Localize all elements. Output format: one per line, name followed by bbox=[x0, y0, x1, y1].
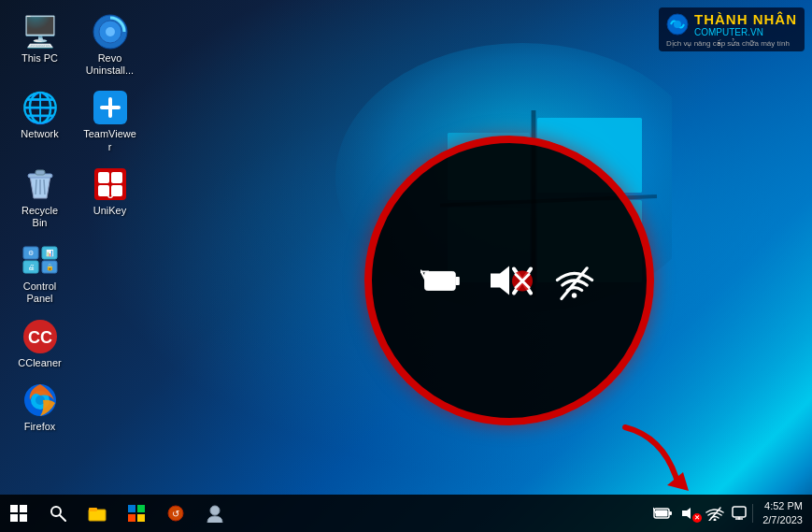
network-icon: 🌐 bbox=[21, 89, 59, 126]
icon-unikey[interactable]: U UniKey bbox=[79, 162, 140, 233]
ccleaner-icon: CC bbox=[21, 318, 59, 355]
svg-rect-39 bbox=[427, 274, 452, 288]
ccleaner-label: CCleaner bbox=[18, 357, 61, 369]
tray-wifi[interactable] bbox=[704, 506, 726, 521]
svg-rect-68 bbox=[669, 511, 672, 515]
recycle-bin-label: Recycle Bin bbox=[13, 205, 66, 229]
svg-line-15 bbox=[44, 180, 45, 194]
svg-point-66 bbox=[210, 506, 220, 515]
watermark-logo-icon bbox=[666, 13, 689, 36]
svg-point-9 bbox=[106, 27, 115, 36]
watermark: THÀNH NHÂN COMPUTER.VN Dịch vụ nâng cấp … bbox=[659, 7, 805, 51]
svg-rect-54 bbox=[10, 514, 18, 522]
watermark-tagline: Dịch vụ nâng cấp sửa chữa máy tính bbox=[666, 39, 797, 48]
firefox-label: Firefox bbox=[24, 421, 56, 433]
desktop: 🖥️ This PC Revo Uninstall... 🌐 Netw bbox=[0, 0, 812, 532]
icon-row-5: Firefox bbox=[9, 378, 140, 437]
svg-rect-17 bbox=[98, 172, 109, 183]
this-pc-icon: 🖥️ bbox=[21, 13, 59, 50]
icon-row-2: Recycle Bin U UniKey bbox=[9, 162, 140, 233]
red-arrow bbox=[616, 418, 691, 493]
mag-battery-icon bbox=[420, 257, 467, 304]
svg-rect-38 bbox=[455, 277, 460, 285]
volume-mute-badge: ✕ bbox=[692, 513, 702, 523]
svg-marker-71 bbox=[682, 508, 691, 519]
icon-firefox[interactable]: Firefox bbox=[9, 378, 70, 437]
svg-line-57 bbox=[60, 515, 65, 521]
icon-row-1: 🌐 Network TeamViewer bbox=[9, 85, 140, 156]
svg-rect-63 bbox=[137, 514, 145, 522]
user-button[interactable] bbox=[196, 495, 234, 532]
svg-text:🖨: 🖨 bbox=[27, 264, 34, 270]
taskbar-clock[interactable]: 4:52 PM 2/7/2023 bbox=[757, 499, 808, 528]
tray-volume[interactable]: ✕ bbox=[679, 506, 700, 521]
taskbar: ↺ bbox=[0, 495, 812, 532]
search-button[interactable] bbox=[39, 495, 77, 532]
svg-text:⚙: ⚙ bbox=[28, 250, 34, 256]
tray-notification[interactable] bbox=[730, 506, 748, 521]
svg-rect-59 bbox=[89, 508, 97, 511]
revo-icon bbox=[92, 13, 129, 50]
svg-rect-55 bbox=[20, 514, 27, 522]
svg-rect-18 bbox=[111, 172, 122, 183]
watermark-subtitle: COMPUTER.VN bbox=[694, 27, 797, 37]
svg-rect-62 bbox=[128, 514, 135, 522]
svg-rect-60 bbox=[128, 505, 135, 512]
taskbar-right: ✕ bbox=[651, 499, 812, 528]
store-button[interactable] bbox=[118, 495, 155, 532]
taskbar-divider bbox=[752, 504, 753, 523]
svg-point-36 bbox=[674, 21, 681, 28]
unikey-icon: U bbox=[92, 165, 129, 203]
unikey-label: UniKey bbox=[93, 205, 126, 217]
svg-rect-69 bbox=[656, 510, 668, 517]
start-button[interactable] bbox=[0, 495, 37, 532]
clock-time: 4:52 PM bbox=[762, 499, 803, 513]
desktop-icons: 🖥️ This PC Revo Uninstall... 🌐 Netw bbox=[9, 9, 140, 437]
svg-text:CC: CC bbox=[28, 328, 52, 347]
icon-recycle-bin[interactable]: Recycle Bin bbox=[9, 162, 70, 233]
icon-network[interactable]: 🌐 Network bbox=[9, 85, 70, 156]
svg-point-72 bbox=[714, 519, 717, 522]
icon-this-pc[interactable]: 🖥️ This PC bbox=[9, 9, 70, 80]
svg-rect-61 bbox=[137, 505, 145, 512]
svg-text:📊: 📊 bbox=[45, 249, 53, 257]
icon-ccleaner[interactable]: CC CCleaner bbox=[9, 314, 70, 373]
refresh-button[interactable]: ↺ bbox=[157, 495, 194, 532]
svg-text:U: U bbox=[107, 190, 113, 200]
control-panel-icon: ⚙ 📊 🖨 🔒 bbox=[21, 241, 59, 279]
svg-point-49 bbox=[572, 293, 577, 297]
icon-teamviewer[interactable]: TeamViewer bbox=[79, 85, 140, 156]
icon-row-4: CC CCleaner bbox=[9, 314, 140, 373]
recycle-bin-icon bbox=[21, 165, 59, 203]
taskbar-left: ↺ bbox=[0, 495, 234, 532]
this-pc-label: This PC bbox=[21, 52, 58, 65]
teamviewer-label: TeamViewer bbox=[83, 128, 136, 152]
firefox-icon bbox=[21, 381, 59, 419]
mag-wifi-icon bbox=[551, 257, 598, 304]
svg-text:↺: ↺ bbox=[172, 509, 179, 519]
teamviewer-icon bbox=[92, 89, 129, 126]
magnifier-content bbox=[420, 257, 598, 304]
svg-rect-74 bbox=[733, 507, 746, 517]
tray-battery[interactable] bbox=[651, 507, 676, 520]
svg-text:🔒: 🔒 bbox=[45, 263, 53, 271]
icon-row-0: 🖥️ This PC Revo Uninstall... bbox=[9, 9, 140, 80]
icon-row-3: ⚙ 📊 🖨 🔒 Control Panel bbox=[9, 237, 140, 309]
network-label: Network bbox=[21, 128, 58, 140]
mag-volume-icon bbox=[486, 257, 533, 304]
magnifier-circle bbox=[364, 136, 654, 425]
svg-rect-12 bbox=[36, 170, 45, 175]
revo-label: Revo Uninstall... bbox=[83, 52, 136, 77]
watermark-title: THÀNH NHÂN bbox=[694, 11, 797, 27]
icon-control-panel[interactable]: ⚙ 📊 🖨 🔒 Control Panel bbox=[9, 237, 70, 309]
icon-revo[interactable]: Revo Uninstall... bbox=[79, 9, 140, 80]
svg-marker-43 bbox=[491, 266, 509, 295]
clock-date: 2/7/2023 bbox=[762, 513, 803, 527]
control-panel-label: Control Panel bbox=[13, 280, 66, 305]
svg-rect-52 bbox=[10, 505, 18, 512]
svg-line-13 bbox=[36, 180, 36, 194]
svg-rect-53 bbox=[20, 505, 27, 512]
file-explorer-button[interactable] bbox=[78, 495, 116, 532]
